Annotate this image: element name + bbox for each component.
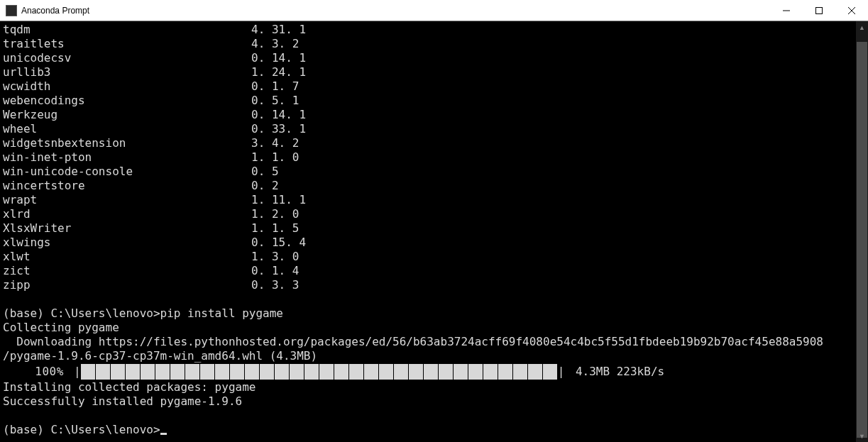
progress-percent: 100% [3,363,74,380]
package-version: 1. 24. 1 [251,65,306,79]
package-name: widgetsnbextension [3,136,251,150]
progress-block [170,364,185,380]
package-name: XlsxWriter [3,221,251,236]
package-line: traitlets4. 3. 2 [3,37,853,51]
package-name: wcwidth [3,79,251,94]
progress-block [349,364,363,380]
svg-rect-1 [816,7,823,13]
package-name: urllib3 [3,65,251,79]
package-line: wcwidth0. 1. 7 [3,79,853,94]
progress-block [454,364,468,380]
progress-block [528,364,542,380]
package-version: 0. 15. 4 [251,236,306,250]
progress-block [319,364,334,380]
package-name: zict [3,264,251,278]
package-line: win-inet-pton1. 1. 0 [3,150,853,165]
progress-block [439,364,453,380]
maximize-icon [815,7,823,14]
package-name: wrapt [3,193,251,207]
vertical-scrollbar[interactable]: ▲ ▼ [856,21,868,442]
progress-stats: 4.3MB 223kB/s [568,363,664,380]
package-line: wincertstore0. 2 [3,179,853,193]
minimize-button[interactable] [770,0,803,21]
package-version: 1. 3. 0 [251,250,299,264]
prompt-line: (base) C:\Users\lenovo>pip install pygam… [3,306,853,321]
app-icon [6,5,17,16]
package-name: unicodecsv [3,51,251,65]
progress-bar-right-delim: | [558,363,565,380]
package-name: win-inet-pton [3,150,251,165]
success-line: Successfully installed pygame-1.9.6 [3,394,853,409]
progress-block [111,364,125,380]
package-line: Werkzeug0. 14. 1 [3,108,853,122]
package-name: webencodings [3,94,251,108]
package-line: webencodings0. 5. 1 [3,94,853,108]
progress-block [513,364,527,380]
progress-block [185,364,199,380]
package-line: xlwings0. 15. 4 [3,236,853,250]
prompt-line-current[interactable]: (base) C:\Users\lenovo> [3,423,853,437]
package-version: 4. 31. 1 [251,23,306,37]
package-name: Werkzeug [3,108,251,122]
package-version: 0. 1. 7 [251,79,299,94]
progress-block [364,364,378,380]
package-name: wincertstore [3,179,251,193]
package-name: zipp [3,278,251,292]
package-line: zipp0. 3. 3 [3,278,853,292]
package-line: xlrd1. 2. 0 [3,207,853,221]
blank-line [3,292,853,306]
progress-block [424,364,438,380]
progress-block [260,364,274,380]
package-name: xlwt [3,250,251,264]
installing-line: Installing collected packages: pygame [3,380,853,394]
progress-block [290,364,304,380]
progress-block [498,364,512,380]
package-line: wheel0. 33. 1 [3,122,853,136]
package-name: xlrd [3,207,251,221]
package-version: 3. 4. 2 [251,136,299,150]
downloading-line: Downloading https://files.pythonhosted.o… [3,335,853,349]
window-titlebar: Anaconda Prompt [0,0,868,21]
package-version: 0. 14. 1 [251,51,306,65]
progress-block [230,364,244,380]
progress-block [141,364,155,380]
package-line: win-unicode-console0. 5 [3,165,853,179]
progress-block [96,364,110,380]
progress-block [304,364,319,380]
package-version: 0. 5 [251,165,279,179]
package-version: 1. 11. 1 [251,193,306,207]
progress-bar [81,364,558,380]
progress-block [126,364,140,380]
progress-block [483,364,498,380]
package-name: traitlets [3,37,251,51]
progress-bar-left-delim: | [74,363,81,380]
package-name: wheel [3,122,251,136]
scroll-down-arrow[interactable]: ▼ [856,430,868,442]
package-version: 1. 1. 0 [251,150,299,165]
scroll-up-arrow[interactable]: ▲ [856,21,868,33]
progress-block [200,364,214,380]
package-line: urllib31. 24. 1 [3,65,853,79]
package-line: widgetsnbextension3. 4. 2 [3,136,853,150]
package-line: xlwt1. 3. 0 [3,250,853,264]
package-version: 0. 14. 1 [251,108,306,122]
package-name: tqdm [3,23,251,37]
maximize-button[interactable] [803,0,835,21]
package-name: xlwings [3,236,251,250]
package-version: 1. 1. 5 [251,221,299,236]
package-version: 0. 2 [251,179,279,193]
progress-block [275,364,289,380]
package-name: win-unicode-console [3,165,251,179]
scrollbar-thumb[interactable] [857,42,867,438]
window-controls [770,0,868,21]
blank-line [3,409,853,423]
package-version: 1. 2. 0 [251,207,299,221]
terminal-output[interactable]: tqdm4. 31. 1traitlets4. 3. 2unicodecsv0.… [0,21,856,442]
package-line: XlsxWriter1. 1. 5 [3,221,853,236]
package-version: 0. 1. 4 [251,264,299,278]
progress-block [215,364,229,380]
collecting-line: Collecting pygame [3,321,853,335]
package-line: zict0. 1. 4 [3,264,853,278]
progress-block [394,364,408,380]
close-button[interactable] [835,0,868,21]
